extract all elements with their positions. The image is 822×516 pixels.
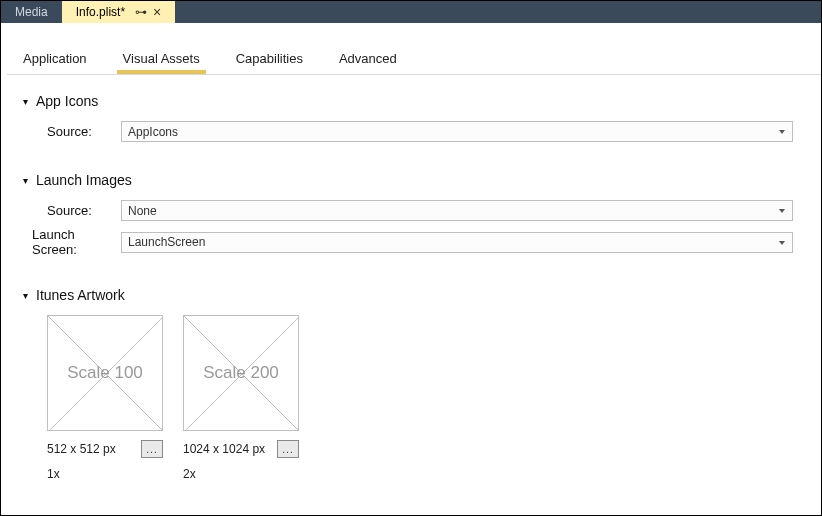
tab-visual-assets[interactable]: Visual Assets	[119, 51, 204, 74]
artwork-meta: 1024 x 1024 px ...	[183, 439, 299, 459]
artwork-dimensions: 1024 x 1024 px	[183, 442, 265, 456]
select-value: LaunchScreen	[128, 235, 205, 249]
artwork-scale: 1x	[47, 467, 163, 481]
chevron-down-icon: ▾	[23, 290, 28, 301]
section-header-app-icons[interactable]: ▾ App Icons	[23, 93, 793, 109]
section-title: Itunes Artwork	[36, 287, 125, 303]
file-tab-label: Info.plist*	[76, 5, 125, 19]
row-launch-images-source: Source: None	[23, 200, 793, 221]
artwork-overlay-text: Scale 200	[203, 363, 279, 383]
section-header-itunes-artwork[interactable]: ▾ Itunes Artwork	[23, 287, 793, 303]
label-source: Source:	[23, 203, 121, 218]
content-area: ▾ App Icons Source: AppIcons ▾ Launch Im…	[7, 75, 821, 481]
select-app-icons-source[interactable]: AppIcons	[121, 121, 793, 142]
artwork-scale: 2x	[183, 467, 299, 481]
artwork-overlay-text: Scale 100	[67, 363, 143, 383]
artwork-row: Scale 100 512 x 512 px ... 1x Scale 200 …	[23, 315, 793, 481]
chevron-down-icon: ▾	[23, 175, 28, 186]
select-launch-images-source[interactable]: None	[121, 200, 793, 221]
artwork-placeholder[interactable]: Scale 200	[183, 315, 299, 431]
file-tab-inactive[interactable]: Media	[1, 1, 62, 23]
file-tab-active[interactable]: Info.plist* ⊶ ×	[62, 1, 176, 23]
label-launch-screen: Launch Screen:	[23, 227, 121, 257]
artwork-item: Scale 100 512 x 512 px ... 1x	[47, 315, 163, 481]
file-tab-label: Media	[15, 5, 48, 19]
section-title: App Icons	[36, 93, 98, 109]
artwork-dimensions: 512 x 512 px	[47, 442, 116, 456]
editor-subtabs: Application Visual Assets Capabilities A…	[7, 29, 821, 75]
editor-pane: Application Visual Assets Capabilities A…	[1, 29, 821, 481]
row-launch-screen: Launch Screen: LaunchScreen	[23, 227, 793, 257]
tab-advanced[interactable]: Advanced	[335, 51, 401, 74]
chevron-down-icon: ▾	[23, 96, 28, 107]
label-source: Source:	[23, 124, 121, 139]
tab-capabilities[interactable]: Capabilities	[232, 51, 307, 74]
browse-button[interactable]: ...	[141, 440, 163, 458]
section-header-launch-images[interactable]: ▾ Launch Images	[23, 172, 793, 188]
close-icon[interactable]: ×	[153, 5, 161, 19]
row-app-icons-source: Source: AppIcons	[23, 121, 793, 142]
artwork-placeholder[interactable]: Scale 100	[47, 315, 163, 431]
select-launch-screen[interactable]: LaunchScreen	[121, 232, 793, 253]
artwork-item: Scale 200 1024 x 1024 px ... 2x	[183, 315, 299, 481]
artwork-meta: 512 x 512 px ...	[47, 439, 163, 459]
pin-icon[interactable]: ⊶	[135, 5, 147, 19]
tab-application[interactable]: Application	[19, 51, 91, 74]
browse-button[interactable]: ...	[277, 440, 299, 458]
select-value: None	[128, 204, 157, 218]
file-tab-bar: Media Info.plist* ⊶ ×	[1, 1, 821, 23]
select-value: AppIcons	[128, 125, 178, 139]
section-title: Launch Images	[36, 172, 132, 188]
